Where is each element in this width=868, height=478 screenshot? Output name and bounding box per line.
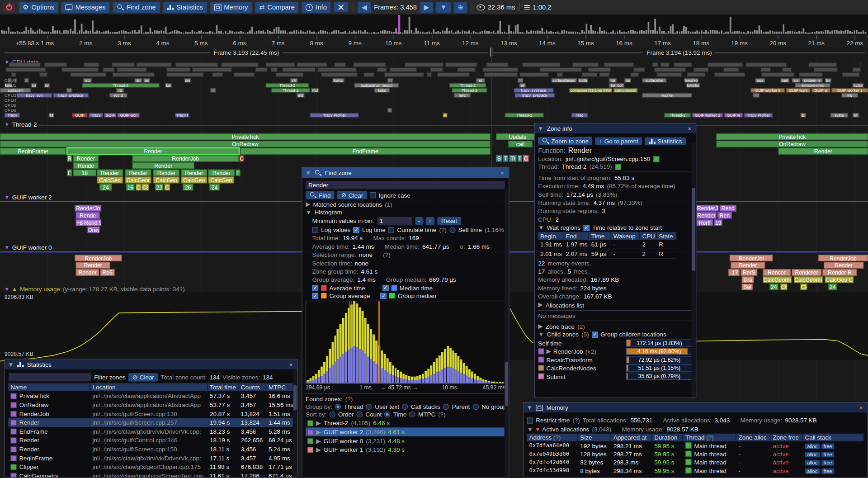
median-time-checkbox[interactable] (382, 285, 388, 291)
collapse-icon[interactable]: ▼ (305, 170, 311, 176)
found-zone-group[interactable]: ▶GUIF worker 1(3,192)4.39 s (306, 445, 505, 454)
sort-by-count-radio[interactable] (357, 411, 363, 417)
collapse-icon[interactable]: ▼ (538, 224, 544, 231)
col-location[interactable]: Location (90, 383, 208, 391)
histogram-bar[interactable] (337, 329, 339, 383)
child-zones-label[interactable]: Child zones (547, 331, 579, 338)
timeline-zone[interactable]: CalcGeo (181, 177, 207, 184)
found-zone-group[interactable]: ▶Thread-2(4,105)6.46 s (306, 419, 505, 428)
timeline-zone[interactable]: C (239, 155, 244, 162)
zoom-to-zone-button[interactable]: Zoom to zone (538, 137, 592, 145)
timeline-zone[interactable]: Render (76, 262, 110, 269)
histogram-bar[interactable] (416, 376, 419, 383)
timeline-zone[interactable]: Render (73, 155, 99, 162)
timeline-zone[interactable]: 24 (769, 284, 778, 290)
scrollbar-thumb[interactable] (293, 385, 297, 410)
histogram-bar[interactable] (463, 363, 465, 383)
call-stack-button[interactable]: free (821, 443, 835, 449)
collapse-icon[interactable]: ▶ (316, 428, 321, 435)
timeline-zone[interactable]: RenderJob (132, 155, 239, 162)
average-time-checkbox[interactable] (312, 285, 318, 291)
close-icon[interactable]: × (499, 170, 506, 176)
histogram-bar[interactable] (356, 304, 359, 383)
timeline-zone[interactable]: 16 (126, 184, 134, 191)
timeline-zone[interactable]: CalcGeome (763, 276, 792, 283)
self-time-radio[interactable] (449, 227, 455, 232)
reset-button[interactable]: Reset (437, 217, 461, 225)
col-mtpc[interactable]: MTPC (266, 383, 294, 391)
collapse-icon[interactable]: ▼ (538, 331, 544, 338)
memory-titlebar[interactable]: ▼ Memory × (524, 402, 867, 412)
statistics-row[interactable]: EndFramejni/../jni/src/claw/gfx/drv/vk/D… (8, 427, 294, 436)
histogram-bar[interactable] (419, 375, 421, 383)
allocation-row[interactable]: 0x7e049b3d00128 bytes298.27 ms59.95 sMai… (527, 450, 864, 458)
histogram-bar[interactable] (452, 350, 454, 383)
timeline-zone[interactable]: F (236, 170, 241, 176)
histogram-bar[interactable] (340, 324, 342, 383)
clear-filter-button[interactable]: ⊘Clear (128, 373, 158, 381)
timeline-zone[interactable]: PrivateTick (716, 133, 868, 140)
statistics-row[interactable]: BeginFramejni/../jni/src/claw/gfx/drv/vk… (8, 454, 294, 463)
statistics-button[interactable]: Statistics (163, 2, 207, 12)
timeline-zone[interactable]: Render (696, 212, 716, 219)
timeline-zone[interactable]: Dra (742, 276, 754, 283)
sort-by-mtpc-radio[interactable] (409, 411, 415, 417)
histogram-bar[interactable] (381, 350, 383, 383)
timeline-zone[interactable]: Render R (823, 269, 857, 276)
group-by-none-radio[interactable] (472, 403, 478, 409)
statistics-row[interactable]: Renderjni/../jni/src/guif/Screen.cpp:150… (8, 445, 294, 454)
zone-info-titlebar[interactable]: ▼ Zone info × (535, 123, 696, 133)
timeline-zone[interactable]: Dray (87, 227, 99, 233)
histogram-bar[interactable] (427, 369, 429, 383)
timeline-zone[interactable]: OnRedraw (0, 141, 491, 147)
tools-button[interactable] (334, 2, 349, 12)
alloc-col-header[interactable]: Zone alloc (736, 434, 771, 441)
group-by-parent-radio[interactable] (443, 403, 449, 409)
collapse-icon[interactable]: ▼ (526, 404, 532, 411)
close-icon[interactable]: × (858, 404, 865, 411)
wait-col-header[interactable]: CPU (640, 232, 657, 240)
prev-frame-button[interactable]: ◀ (358, 2, 370, 12)
histogram-bar[interactable] (425, 371, 427, 383)
scrollbar-thumb[interactable] (505, 361, 508, 406)
histogram-bar[interactable] (471, 372, 473, 383)
timeline-zone[interactable]: CalcGeo (153, 177, 179, 184)
messages-button[interactable]: Messages (61, 2, 109, 12)
zone-info-scrollbar[interactable] (691, 143, 696, 398)
compare-button[interactable]: ⇄Compare (255, 2, 298, 12)
allocation-row[interactable]: 0x7dfaa64e00192 bytes298.21 ms59.95 sMai… (527, 441, 864, 450)
call-stack-button[interactable]: alloc (805, 443, 819, 449)
alloc-col-header[interactable]: Appeared at (611, 434, 652, 441)
timeline-zone[interactable]: Tr (509, 155, 517, 162)
histogram-bar[interactable] (438, 355, 440, 383)
group-median-checkbox[interactable] (381, 293, 387, 298)
histogram-bar[interactable] (334, 336, 336, 383)
timeline-zone[interactable]: Ren (717, 212, 732, 219)
histogram-bar[interactable] (331, 342, 334, 383)
timeline-zone[interactable]: 19 (714, 219, 722, 226)
timeline-zone[interactable]: Update (496, 133, 539, 140)
timeline-zone[interactable]: Rerff (696, 219, 713, 226)
options-button[interactable]: ⚙Options (19, 2, 58, 12)
group-by-usertext-radio[interactable] (366, 403, 372, 409)
histogram-bar[interactable] (496, 382, 498, 383)
histogram-bar[interactable] (476, 376, 479, 383)
sort-by-time-radio[interactable] (384, 411, 390, 417)
increment-button[interactable]: + (425, 217, 434, 225)
find-zone-button[interactable]: Find zone (113, 2, 160, 12)
call-stack-button[interactable]: alloc (805, 452, 819, 457)
histogram-bar[interactable] (433, 362, 435, 383)
timeline-zone[interactable]: call (508, 141, 533, 147)
histogram-bar[interactable] (307, 380, 309, 383)
collapse-icon[interactable]: ▶ (316, 446, 321, 453)
go-to-parent-button[interactable]: ↑Go to parent (595, 137, 642, 145)
collapse-icon[interactable]: ▶ (538, 323, 542, 330)
statistics-row[interactable]: Clipperjni/../jni/src/claw/gfx/geo/Clipp… (8, 462, 294, 471)
histogram-bar[interactable] (392, 365, 394, 383)
histogram-bar[interactable] (479, 377, 481, 383)
goto-frame-button[interactable]: ⊕ (454, 2, 467, 12)
find-zone-scrollbar[interactable] (505, 188, 509, 477)
group-by-callstacks-radio[interactable] (402, 403, 408, 409)
timeline-zone[interactable]: OnRedraw (716, 141, 868, 147)
alloc-col-header[interactable]: Address (?) (527, 434, 578, 441)
